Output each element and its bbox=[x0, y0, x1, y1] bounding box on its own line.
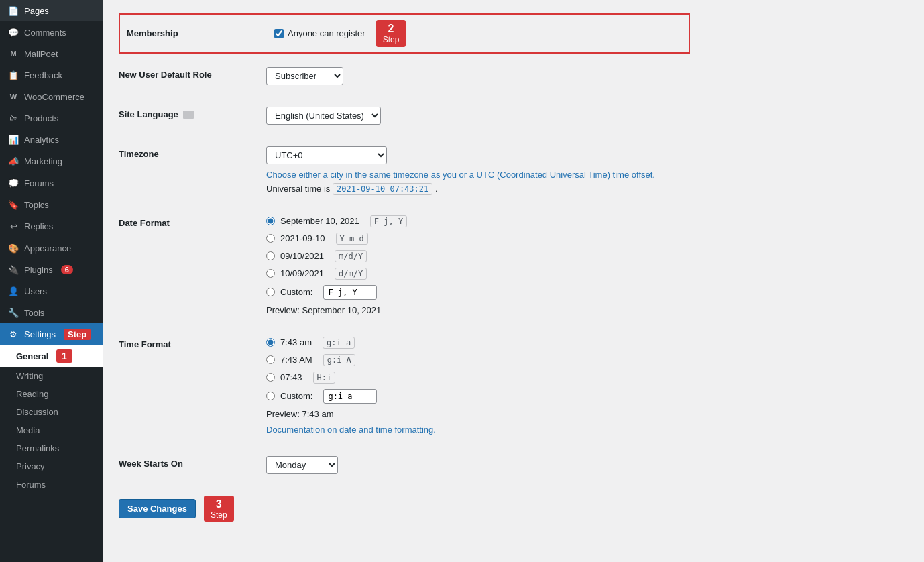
sidebar-item-products[interactable]: 🛍 Products bbox=[0, 107, 103, 129]
sidebar: 📄 Pages 💬 Comments M MailPoet 📋 Feedback… bbox=[0, 0, 103, 562]
date-format-field: September 10, 2021 F j, Y 2021-09-10 Y-m… bbox=[266, 215, 690, 315]
date-format-code-1: Y-m-d bbox=[336, 233, 368, 245]
date-format-code-2: m/d/Y bbox=[335, 250, 367, 262]
timezone-select[interactable]: UTC+0 UTC+1 UTC+2 UTC-5 UTC-8 bbox=[266, 146, 387, 164]
submenu-privacy[interactable]: Privacy bbox=[0, 457, 103, 475]
time-format-label: Time Format bbox=[119, 337, 266, 349]
analytics-icon: 📊 bbox=[8, 134, 19, 145]
marketing-icon: 📣 bbox=[8, 156, 19, 166]
appearance-icon: 🎨 bbox=[8, 243, 19, 254]
submenu-forums[interactable]: Forums bbox=[0, 475, 103, 494]
new-user-role-select[interactable]: Subscriber Contributor Author Editor Adm… bbox=[266, 67, 343, 85]
membership-row: Membership Anyone can register 2 Step bbox=[119, 13, 690, 54]
feedback-icon: 📋 bbox=[8, 70, 19, 80]
new-user-role-field: Subscriber Contributor Author Editor Adm… bbox=[266, 67, 690, 85]
week-starts-on-field: Sunday Monday Tuesday Wednesday Thursday… bbox=[266, 456, 690, 474]
date-format-option-0: September 10, 2021 F j, Y bbox=[266, 215, 690, 227]
date-format-code-0: F j, Y bbox=[370, 215, 407, 227]
time-format-option-1: 7:43 AM g:i A bbox=[266, 354, 690, 366]
time-format-options: 7:43 am g:i a 7:43 AM g:i A 07:43 H:i bbox=[266, 337, 690, 404]
date-format-label: Date Format bbox=[119, 215, 266, 228]
sidebar-item-pages[interactable]: 📄 Pages bbox=[0, 0, 103, 21]
users-icon: 👤 bbox=[8, 286, 19, 296]
date-format-option-3: 10/09/2021 d/m/Y bbox=[266, 268, 690, 280]
doc-link[interactable]: Documentation on date and time formattin… bbox=[266, 425, 436, 435]
timezone-row: Timezone UTC+0 UTC+1 UTC+2 UTC-5 UTC-8 C… bbox=[119, 135, 690, 205]
sidebar-item-feedback[interactable]: 📋 Feedback bbox=[0, 64, 103, 86]
date-format-radio-3[interactable] bbox=[266, 269, 275, 278]
anyone-can-register-label: Anyone can register bbox=[288, 28, 365, 38]
new-user-role-label: New User Default Role bbox=[119, 67, 266, 80]
time-format-radio-2[interactable] bbox=[266, 373, 275, 382]
submenu-writing[interactable]: Writing bbox=[0, 367, 103, 385]
date-format-row: Date Format September 10, 2021 F j, Y 20… bbox=[119, 205, 690, 326]
sidebar-item-tools[interactable]: 🔧 Tools bbox=[0, 302, 103, 323]
date-format-custom-input[interactable] bbox=[323, 285, 377, 300]
date-format-option-2: 09/10/2021 m/d/Y bbox=[266, 250, 690, 262]
site-language-row: Site Language English (United States) En… bbox=[119, 96, 690, 135]
settings-icon: ⚙ bbox=[8, 329, 19, 340]
date-format-radio-custom[interactable] bbox=[266, 288, 275, 296]
date-format-radio-1[interactable] bbox=[266, 234, 275, 243]
time-format-preview: Preview: 7:43 am bbox=[266, 409, 690, 419]
tools-icon: 🔧 bbox=[8, 307, 19, 318]
sidebar-item-plugins[interactable]: 🔌 Plugins 6 bbox=[0, 259, 103, 280]
timezone-field: UTC+0 UTC+1 UTC+2 UTC-5 UTC-8 Choose eit… bbox=[266, 146, 655, 194]
time-format-radio-1[interactable] bbox=[266, 355, 275, 364]
submenu-general[interactable]: General 1 bbox=[0, 345, 103, 367]
save-row: Save Changes 3 Step bbox=[119, 485, 690, 522]
time-format-radio-0[interactable] bbox=[266, 338, 275, 347]
submenu-permalinks[interactable]: Permalinks bbox=[0, 439, 103, 457]
main-content: Membership Anyone can register 2 Step Ne… bbox=[103, 0, 924, 562]
step3-badge: 3 Step bbox=[204, 496, 234, 522]
new-user-role-row: New User Default Role Subscriber Contrib… bbox=[119, 56, 690, 96]
time-format-option-0: 7:43 am g:i a bbox=[266, 337, 690, 349]
forums-icon: 💭 bbox=[8, 178, 19, 188]
site-language-field: English (United States) English (UK) Fre… bbox=[266, 107, 690, 125]
week-starts-on-label: Week Starts On bbox=[119, 456, 266, 469]
date-format-radio-0[interactable] bbox=[266, 217, 275, 225]
anyone-can-register-checkbox[interactable] bbox=[274, 29, 284, 38]
time-format-field: 7:43 am g:i a 7:43 AM g:i A 07:43 H:i bbox=[266, 337, 690, 435]
submenu-discussion[interactable]: Discussion bbox=[0, 403, 103, 421]
sidebar-item-settings[interactable]: ⚙ Settings Step bbox=[0, 323, 103, 345]
products-icon: 🛍 bbox=[8, 113, 19, 123]
submenu-reading[interactable]: Reading bbox=[0, 385, 103, 403]
sidebar-item-forums[interactable]: 💭 Forums bbox=[0, 172, 103, 194]
time-format-option-custom: Custom: bbox=[266, 389, 690, 404]
sidebar-item-woocommerce[interactable]: W WooCommerce bbox=[0, 86, 103, 107]
settings-step-label: Step bbox=[64, 329, 91, 340]
week-starts-on-row: Week Starts On Sunday Monday Tuesday Wed… bbox=[119, 445, 690, 485]
comments-icon: 💬 bbox=[8, 27, 19, 38]
time-format-code-0: g:i a bbox=[323, 337, 355, 349]
submenu-media[interactable]: Media bbox=[0, 421, 103, 439]
membership-label: Membership bbox=[127, 28, 274, 38]
site-language-select[interactable]: English (United States) English (UK) Fre… bbox=[266, 107, 381, 125]
timezone-info: Choose either a city in the same timezon… bbox=[266, 170, 655, 180]
time-format-code-2: H:i bbox=[313, 372, 336, 384]
date-format-preview: Preview: September 10, 2021 bbox=[266, 305, 690, 315]
plugins-badge: 6 bbox=[61, 265, 73, 274]
sidebar-item-appearance[interactable]: 🎨 Appearance bbox=[0, 237, 103, 259]
time-format-custom-input[interactable] bbox=[323, 389, 377, 404]
sidebar-item-marketing[interactable]: 📣 Marketing bbox=[0, 150, 103, 172]
time-format-option-2: 07:43 H:i bbox=[266, 372, 690, 384]
replies-icon: ↩ bbox=[8, 221, 19, 231]
sidebar-item-replies[interactable]: ↩ Replies bbox=[0, 215, 103, 237]
sidebar-item-mailpoet[interactable]: M MailPoet bbox=[0, 43, 103, 64]
sidebar-item-analytics[interactable]: 📊 Analytics bbox=[0, 129, 103, 150]
sidebar-item-users[interactable]: 👤 Users bbox=[0, 280, 103, 302]
time-format-radio-custom[interactable] bbox=[266, 392, 275, 400]
sidebar-item-topics[interactable]: 🔖 Topics bbox=[0, 194, 103, 215]
step2-badge: 2 Step bbox=[376, 20, 406, 47]
step1-badge: 1 bbox=[56, 349, 72, 363]
sidebar-item-comments[interactable]: 💬 Comments bbox=[0, 21, 103, 43]
week-starts-on-select[interactable]: Sunday Monday Tuesday Wednesday Thursday… bbox=[266, 456, 338, 474]
time-format-row: Time Format 7:43 am g:i a 7:43 AM g:i A bbox=[119, 326, 690, 445]
save-changes-button[interactable]: Save Changes bbox=[119, 499, 196, 518]
date-format-option-1: 2021-09-10 Y-m-d bbox=[266, 233, 690, 245]
date-format-radio-2[interactable] bbox=[266, 251, 275, 260]
topics-icon: 🔖 bbox=[8, 199, 19, 210]
woocommerce-icon: W bbox=[8, 91, 19, 102]
time-format-code-1: g:i A bbox=[323, 354, 355, 366]
